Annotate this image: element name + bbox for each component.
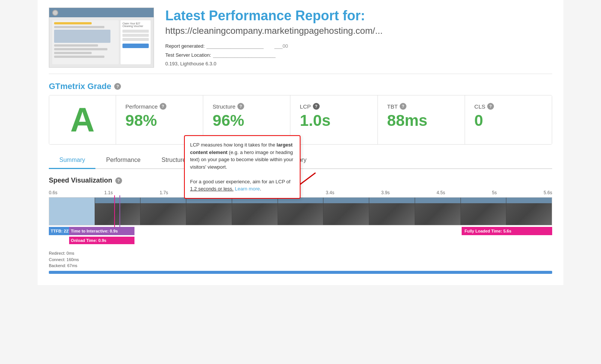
filmstrip-frame-7 [369,198,415,225]
filmstrip [49,197,552,225]
lcp-marker-purple [119,195,120,227]
filmstrip-frame-4 [232,198,278,225]
structure-label: Structure ? [213,103,244,110]
report-meta: Report generated: _____________________ … [165,42,552,68]
report-title: Latest Performance Report for: [165,8,552,24]
report-generated-row: Report generated: _____________________ … [165,42,552,50]
site-screenshot: Claim Your $27 Cleaning Voucher [49,8,154,68]
report-generated-label: Report generated: [165,42,205,50]
grade-card-cls: CLS ? 0 [465,95,552,144]
speed-title: Speed Visualization ? [49,177,552,184]
time-label-6: 3.9s [381,190,390,195]
grade-section-title: GTmetrix Grade ? [49,82,552,91]
grade-section: GTmetrix Grade ? A Performance ? 98% Str… [49,82,552,145]
report-generated-value: _____________________ ___00 [207,42,288,50]
structure-value: 96% [213,113,244,128]
filmstrip-frame-3 [186,198,232,225]
header-info: Latest Performance Report for: https://c… [165,8,552,68]
tabs-list: Summary Performance Structure Waterfall … [49,152,552,168]
grade-card-tbt: TBT ? 88ms [378,95,465,144]
time-label-0: 0.6s [49,190,57,195]
cls-help-icon[interactable]: ? [487,103,494,110]
using-row: 0.193, Lighthouse 6.3.0 [165,59,552,68]
blue-progress-bar [49,271,552,274]
grade-help-icon[interactable]: ? [114,83,121,90]
learn-more-link[interactable]: Learn more [235,186,260,192]
onload-bar: Onload Time: 0.9s [69,237,134,244]
filmstrip-frame-8 [415,198,461,225]
backend-label: Backend: 67ms [49,263,79,269]
grade-letter: A [70,103,95,137]
lcp-marker-pink [114,195,115,227]
timeline-labels: 0.6s 1.1s 1.7s 2.2s 2.8s 3.4s 3.9s 4.5s … [49,190,552,195]
time-label-2: 1.7s [160,190,168,195]
performance-label: Performance ? [125,103,166,110]
lcp-tooltip: LCP measures how long it takes for the l… [184,135,300,199]
ttfb-bar: TTFB: 227ms [49,227,69,235]
cls-value: 0 [474,113,483,128]
performance-value: 98% [125,113,157,128]
filmstrip-frame-10 [506,198,552,225]
tti-bar: Time to Interactive: 0.9s [69,227,134,235]
filmstrip-outer [49,197,552,225]
tooltip-text-1: LCP measures how long it takes for the l… [190,141,294,171]
connect-label: Connect: 160ms [49,257,79,263]
lcp-value: 1.0s [300,113,331,128]
time-label-7: 4.5s [436,190,445,195]
speed-section: Speed Visualization ? 0.6s 1.1s 1.7s 2.2… [49,177,552,274]
test-server-row: Test Server Location: __________________… [165,51,552,59]
structure-help-icon[interactable]: ? [237,103,244,110]
tab-performance[interactable]: Performance [95,152,151,169]
tbt-value: 88ms [387,113,427,128]
tbt-label: TBT ? [387,103,406,110]
lcp-label: LCP ? [300,103,319,110]
filmstrip-frame-6 [323,198,369,225]
fully-loaded-bar: Fully Loaded Time: 5.6s [462,227,552,235]
cls-label: CLS ? [474,103,494,110]
timeline-meta: Redirect: 0ms Connect: 160ms Backend: 67… [49,249,552,269]
using-value: 0.193, Lighthouse 6.3.0 [165,59,216,68]
time-label-1: 1.1s [104,190,113,195]
test-server-label: Test Server Location: [165,51,211,59]
lcp-help-icon[interactable]: ? [313,103,320,110]
time-label-8: 5s [492,190,497,195]
tabs-section: Summary Performance Structure Waterfall … [49,152,552,169]
time-label-5: 3.4s [326,190,334,195]
page-wrapper: Claim Your $27 Cleaning Voucher Latest P… [38,0,563,285]
header-section: Claim Your $27 Cleaning Voucher Latest P… [49,8,552,74]
tab-summary[interactable]: Summary [49,152,95,169]
timeline-bars: TTFB: 227ms Time to Interactive: 0.9s On… [49,227,552,248]
tbt-help-icon[interactable]: ? [400,103,406,110]
test-server-value: _______________________ [213,51,275,59]
filmstrip-frame-2 [140,198,186,225]
grade-cards: A Performance ? 98% Structure ? 96% [49,95,552,145]
filmstrip-frame-5 [278,198,324,225]
speed-help-icon[interactable]: ? [115,177,122,184]
redirect-label: Redirect: 0ms [49,250,79,257]
grade-card-main: A [49,95,116,144]
filmstrip-frame-9 [461,198,507,225]
performance-help-icon[interactable]: ? [160,103,166,110]
grade-card-lcp: LCP ? 1.0s [290,95,378,144]
filmstrip-frame-1 [95,198,141,225]
filmstrip-frame-0 [49,198,95,225]
time-label-9: 5.6s [544,190,552,195]
report-url: https://cleaningcompany.marketingpagehos… [165,26,552,36]
tooltip-text-2: For a good user experience, aim for an L… [190,178,294,193]
timing-details: Redirect: 0ms Connect: 160ms Backend: 67… [49,250,79,269]
